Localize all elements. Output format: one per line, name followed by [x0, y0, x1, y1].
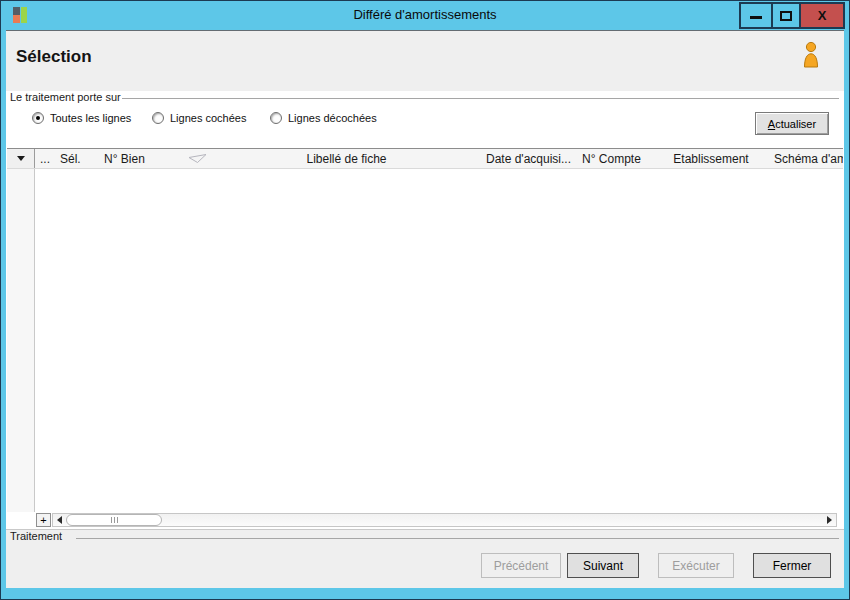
grid-empty-area — [35, 169, 843, 512]
window-controls: X — [739, 2, 845, 29]
grid-column-label: N° Compte — [582, 152, 641, 166]
radio-circle-icon — [270, 112, 282, 124]
refresh-button[interactable]: Actualiser — [755, 112, 829, 135]
scrollbar-thumb[interactable] — [66, 514, 162, 526]
radio-option-1[interactable]: Toutes les lignes — [32, 112, 131, 124]
radio-option-3[interactable]: Lignes décochées — [270, 112, 377, 124]
radio-option-label: Lignes cochées — [170, 112, 246, 124]
radio-circle-icon — [32, 112, 44, 124]
grid-column-label: Libellé de fiche — [306, 152, 386, 166]
grid-column-header[interactable]: Sél. — [55, 149, 101, 168]
footer: Traitement PrécédentSuivantExécuterFerme… — [6, 530, 844, 588]
grid-row-header-strip — [7, 169, 35, 512]
main-panel: Le traitement porte sur Toutes les ligne… — [6, 91, 844, 530]
grid-header-row: ...Sél.N° BienLibellé de ficheDate d'acq… — [7, 148, 843, 169]
close-icon: X — [818, 8, 827, 23]
scroll-right-icon — [827, 516, 832, 524]
radio-option-label: Toutes les lignes — [50, 112, 131, 124]
grid-column-header[interactable]: Etablissement — [661, 149, 761, 168]
filter-group-label: Le traitement porte sur — [10, 91, 121, 103]
section-header: Sélection — [6, 31, 844, 91]
treatment-group-line — [76, 538, 839, 539]
grid-column-label: Sél. — [60, 152, 81, 166]
grid-column-header[interactable]: ... — [35, 149, 55, 168]
grid-column-label: Etablissement — [673, 152, 748, 166]
maximize-icon — [780, 11, 792, 21]
grid-column-header[interactable]: N° Bien — [101, 149, 214, 168]
grid-column-label: Schéma d'am — [774, 152, 843, 166]
sort-indicator-icon — [188, 153, 208, 164]
add-row-button[interactable]: + — [36, 513, 51, 527]
grid-scroll-row: + — [7, 512, 843, 529]
dropdown-arrow-icon — [17, 156, 25, 161]
grid-column-header[interactable]: Schéma d'am — [761, 149, 843, 168]
grid-column-headers: ...Sél.N° BienLibellé de ficheDate d'acq… — [35, 149, 843, 168]
data-grid: ...Sél.N° BienLibellé de ficheDate d'acq… — [7, 148, 843, 529]
dialog-window: Différé d'amortissements X Sélection — [0, 0, 850, 600]
maximize-button[interactable] — [771, 4, 801, 27]
radio-option-2[interactable]: Lignes cochées — [152, 112, 246, 124]
treatment-group-label: Traitement — [10, 530, 62, 542]
page-title: Sélection — [16, 47, 92, 67]
grid-column-header[interactable]: Date d'acquisi... — [479, 149, 577, 168]
suivant-button[interactable]: Suivant — [567, 553, 639, 578]
user-icon — [800, 41, 822, 73]
dialog-content: Sélection Le traitement porte sur Toutes… — [6, 30, 844, 588]
minimize-button[interactable] — [741, 4, 771, 27]
scroll-left-icon — [57, 516, 62, 524]
grid-column-label: Date d'acquisi... — [486, 152, 571, 166]
fermer-button[interactable]: Fermer — [753, 553, 831, 578]
radio-option-label: Lignes décochées — [288, 112, 377, 124]
minimize-icon — [750, 16, 762, 19]
grid-corner-selector[interactable] — [7, 149, 35, 168]
executer-button: Exécuter — [658, 553, 734, 578]
titlebar: Différé d'amortissements X — [1, 1, 849, 30]
grid-column-header[interactable]: N° Compte — [577, 149, 661, 168]
horizontal-scrollbar[interactable] — [52, 513, 837, 527]
grid-column-header[interactable]: Libellé de fiche — [214, 149, 479, 168]
grid-column-label: ... — [40, 152, 50, 166]
precedent-button: Précédent — [481, 553, 561, 578]
radio-circle-icon — [152, 112, 164, 124]
close-button[interactable]: X — [801, 4, 843, 27]
grid-column-label: N° Bien — [104, 152, 145, 166]
scroll-left-button[interactable] — [53, 514, 66, 526]
scroll-right-button[interactable] — [823, 514, 836, 526]
filter-group-line — [122, 98, 839, 99]
grid-body — [7, 169, 843, 512]
window-title: Différé d'amortissements — [1, 7, 849, 22]
